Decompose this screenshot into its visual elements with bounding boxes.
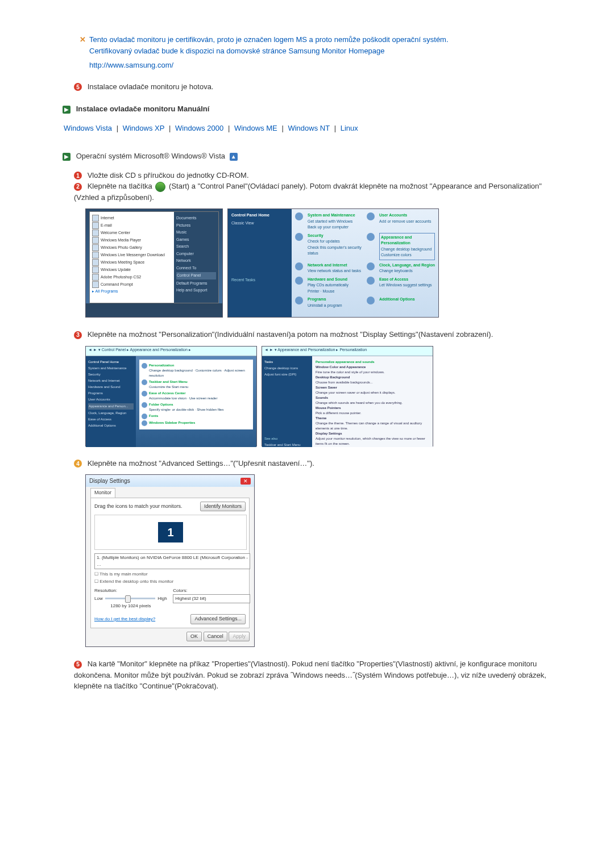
monitor-preview: 1 [94, 515, 247, 550]
arrow-right-icon: ▶ [63, 106, 70, 114]
extend-desktop-checkbox[interactable]: ☐ Extend the desktop onto this monitor [94, 578, 246, 585]
link-xp[interactable]: Windows XP [123, 124, 165, 132]
resolution-label: Resolution: [94, 587, 167, 594]
note-x-icon: ✕ [80, 34, 86, 45]
link-nt[interactable]: Windows NT [288, 124, 330, 132]
os-links-row: Windows Vista | Windows XP | Windows 200… [63, 123, 551, 134]
samsung-link[interactable]: http://www.samsung.com/ [89, 60, 449, 71]
colors-select[interactable]: Highest (32 bit) [173, 594, 250, 603]
cancel-button[interactable]: Cancel [204, 632, 227, 642]
best-display-link[interactable]: How do I get the best display? [94, 616, 155, 623]
arrow-up-icon[interactable]: ▲ [230, 153, 238, 161]
monitor-icon[interactable]: 1 [158, 522, 183, 542]
resolution-slider[interactable] [105, 598, 156, 599]
link-linux[interactable]: Linux [341, 124, 358, 132]
colors-label: Colors: [173, 587, 246, 594]
step-2-text-a: Klepněte na tlačítka [88, 182, 155, 190]
arrow-right-icon: ▶ [63, 153, 70, 161]
main-monitor-checkbox[interactable]: ☐ This is my main monitor [94, 571, 246, 578]
step-1-text: Vložte disk CD s příručkou do jednotky C… [88, 171, 249, 180]
ok-button[interactable]: OK [186, 632, 202, 642]
start-orb-icon [155, 182, 165, 192]
step-3: 3 Klepněte na možnost "Personalization"(… [74, 329, 551, 340]
manual-install-title: Instalace ovladače monitoru Manuální [76, 105, 210, 113]
step-4-text: Klepněte na možnost "Advanced Settings…"… [88, 459, 314, 468]
manual-install-heading: ▶ Instalace ovladače monitoru Manuální [63, 103, 551, 115]
install-complete-line: 5 Instalace ovladače monitoru je hotova. [74, 81, 551, 93]
close-icon[interactable]: ✕ [240, 478, 251, 485]
certification-note: ✕ Tento ovladač monitoru je certifikován… [80, 34, 551, 71]
appearance-screenshot: ◄ ► ▾ Control Panel ▸ Appearance and Per… [85, 346, 257, 446]
screenshot-personalization: ◄ ► ▾ Control Panel ▸ Appearance and Per… [85, 346, 551, 446]
note-text-1: Tento ovladač monitoru je certifikován, … [89, 34, 449, 45]
advanced-settings-button[interactable]: Advanced Settings... [190, 614, 246, 624]
display-settings-dialog: Display Settings ✕ Monitor Drag the icon… [85, 474, 255, 647]
step-3-text: Klepněte na možnost "Personalization"(In… [88, 330, 493, 339]
adapter-select[interactable]: 1. (Multiple Monitors) on NVIDIA GeForce… [94, 553, 250, 569]
step-2: 2 Klepněte na tlačítka (Start) a "Contro… [74, 181, 551, 203]
monitor-tab[interactable]: Monitor [90, 488, 115, 498]
step-5-text: Na kartě "Monitor" klepněte na příkaz "P… [74, 660, 546, 690]
start-menu-screenshot: Internet E-mail Welcome Center Windows M… [85, 208, 223, 318]
bullet-2-icon: 2 [74, 183, 82, 191]
vista-heading-text: Operační systém Microsoft® Windows® Vist… [76, 152, 225, 160]
bullet-3-icon: 3 [74, 331, 82, 339]
bullet-4-icon: 4 [74, 460, 82, 468]
screenshot-start-controlpanel: Internet E-mail Welcome Center Windows M… [85, 208, 551, 318]
control-panel-screenshot: Control Panel Home Classic View Recent T… [227, 208, 439, 318]
drag-hint: Drag the icons to match your monitors. [94, 503, 182, 511]
install-complete-text: Instalace ovladače monitoru je hotova. [88, 82, 214, 91]
resolution-value: 1280 by 1024 pixels [94, 603, 167, 610]
bullet-1-icon: 1 [74, 172, 82, 180]
bullet-5b-icon: 5 [74, 661, 82, 669]
step-5: 5 Na kartě "Monitor" klepněte na příkaz … [74, 658, 551, 692]
apply-button[interactable]: Apply [229, 632, 250, 642]
link-me[interactable]: Windows ME [234, 124, 277, 132]
personalization-screenshot: ◄ ► ▾ Appearance and Personalization ▸ P… [262, 346, 433, 446]
identify-monitors-button[interactable]: Identify Monitors [200, 502, 246, 512]
document-page: { "note": { "line1": "Tento ovladač moni… [63, 0, 551, 726]
link-vista[interactable]: Windows Vista [64, 124, 112, 132]
dialog-title: Display Settings [89, 477, 130, 485]
vista-section-heading: ▶ Operační systém Microsoft® Windows® Vi… [63, 151, 551, 162]
step-1: 1 Vložte disk CD s příručkou do jednotky… [74, 170, 551, 181]
note-text-2: Certifikovaný ovladač bude k dispozici n… [89, 45, 449, 57]
step-4: 4 Klepněte na možnost "Advanced Settings… [74, 458, 551, 469]
bullet-5-icon: 5 [74, 83, 82, 91]
link-2000[interactable]: Windows 2000 [175, 124, 223, 132]
